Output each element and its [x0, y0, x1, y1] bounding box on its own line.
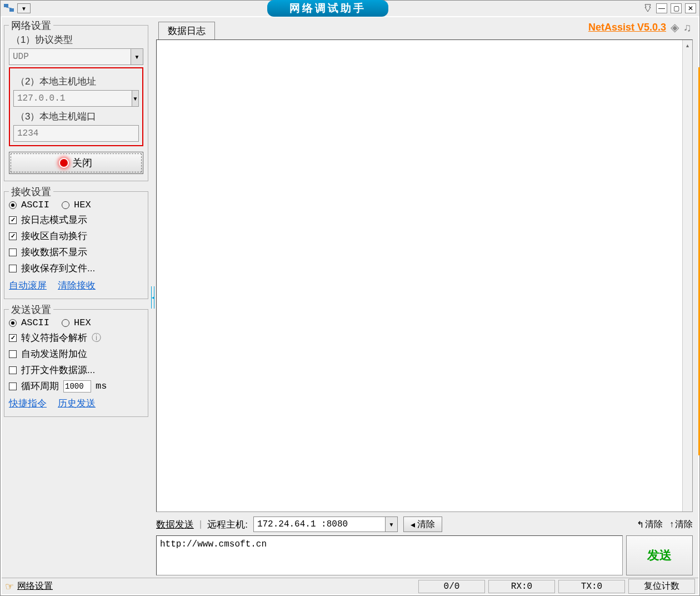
auto-wrap-label: 接收区自动换行 — [21, 230, 87, 242]
svg-rect-1 — [9, 8, 14, 12]
window-title: 网络调试助手 — [267, 0, 388, 17]
scroll-up-icon[interactable]: ▴ — [683, 40, 692, 50]
loop-unit: ms — [96, 381, 107, 391]
status-counter: 0/0 — [418, 580, 485, 593]
highlighted-box: （2）本地主机地址 ▼ （3）本地主机端口 — [9, 67, 143, 146]
status-settings-label[interactable]: 网络设置 — [17, 580, 53, 592]
port-input-wrapper — [13, 125, 139, 142]
open-file-checkbox — [9, 366, 17, 374]
bell-icon[interactable]: ♫ — [683, 21, 692, 34]
main-panel: NetAssist V5.0.3 ◈ ♫ 数据日志 ▴ 数据发送 | — [155, 17, 698, 578]
close-button[interactable]: ✕ — [685, 3, 696, 13]
tab-data-log[interactable]: 数据日志 — [158, 22, 215, 39]
remote-host-select[interactable]: ▼ — [253, 516, 398, 532]
group-title: 网络设置 — [9, 19, 53, 32]
clear-top-link[interactable]: ↰清除 — [637, 519, 663, 530]
svg-rect-0 — [4, 4, 8, 7]
log-mode-checkbox[interactable] — [9, 216, 17, 224]
send-ascii-radio[interactable] — [9, 319, 17, 327]
auto-wrap-checkbox[interactable] — [9, 232, 17, 240]
recv-ascii-radio[interactable] — [9, 201, 17, 209]
protocol-label: （1）协议类型 — [11, 33, 143, 46]
sidebar: 网络设置 （1）协议类型 ▼ （2）本地主机地址 ▼ （3）本地主机端口 — [2, 17, 151, 578]
escape-checkbox[interactable] — [9, 334, 17, 342]
status-bar: ☞ 网络设置 0/0 RX:0 TX:0 复位计数 — [2, 578, 698, 594]
port-input[interactable] — [14, 126, 138, 141]
group-title: 发送设置 — [9, 303, 53, 316]
recv-ascii-label: ASCII — [21, 200, 49, 210]
status-tx: TX:0 — [558, 580, 625, 593]
shortcut-link[interactable]: 快捷指令 — [9, 397, 47, 410]
send-hex-label: HEX — [74, 317, 91, 328]
chevron-down-icon[interactable]: ▼ — [131, 49, 143, 64]
corner-arrow-icon: ↰ — [637, 519, 644, 530]
send-ascii-label: ASCII — [21, 317, 49, 328]
connection-toggle-button[interactable]: 关闭 — [9, 152, 143, 174]
history-link[interactable]: 历史发送 — [58, 397, 96, 410]
auto-scroll-link[interactable]: 自动滚屏 — [9, 279, 47, 292]
status-rx: RX:0 — [488, 580, 555, 593]
chevron-down-icon[interactable]: ▼ — [132, 91, 138, 106]
title-bar: ▼ 网络调试助手 — ▢ ✕ — [1, 1, 699, 16]
save-file-checkbox[interactable] — [9, 265, 17, 272]
data-send-label: 数据发送 — [156, 518, 194, 531]
svg-line-2 — [6, 7, 12, 8]
remote-host-label: 远程主机: — [207, 518, 248, 531]
log-mode-label: 按日志模式显示 — [21, 213, 87, 226]
app-icon — [4, 4, 15, 13]
remote-host-value[interactable] — [254, 519, 385, 529]
host-label: （2）本地主机地址 — [16, 75, 139, 88]
protocol-value[interactable] — [9, 52, 131, 62]
recv-hex-radio[interactable] — [62, 201, 69, 209]
maximize-button[interactable]: ▢ — [671, 3, 682, 13]
reset-counter-button[interactable]: 复位计数 — [628, 579, 695, 594]
auto-extra-label: 自动发送附加位 — [21, 347, 87, 360]
minimize-button[interactable]: — — [656, 3, 667, 13]
menu-dropdown[interactable]: ▼ — [17, 3, 31, 13]
chevron-down-icon[interactable]: ▼ — [385, 517, 397, 532]
escape-label: 转义符指令解析 — [21, 331, 87, 344]
open-file-label: 打开文件数据源... — [21, 364, 95, 376]
network-settings-group: 网络设置 （1）协议类型 ▼ （2）本地主机地址 ▼ （3）本地主机端口 — [4, 25, 148, 181]
send-hex-radio[interactable] — [62, 319, 69, 327]
no-display-checkbox[interactable] — [9, 249, 17, 256]
auto-extra-checkbox[interactable] — [9, 350, 17, 358]
no-display-label: 接收数据不显示 — [21, 246, 87, 259]
loop-value-input[interactable] — [63, 380, 91, 393]
recv-hex-label: HEX — [74, 200, 91, 210]
arrow-left-icon: ◂ — [411, 519, 415, 530]
pin-icon[interactable] — [643, 3, 653, 13]
loop-label: 循环周期 — [21, 380, 59, 393]
hand-icon[interactable]: ☞ — [5, 580, 14, 593]
send-button[interactable]: 发送 — [626, 535, 693, 575]
brand-label[interactable]: NetAssist V5.0.3 — [588, 22, 666, 33]
send-textarea[interactable]: http://www.cmsoft.cn — [156, 535, 623, 575]
recv-settings-group: 接收设置 ASCII HEX 按日志模式显示 接收区自动换行 接收数据不显示 接… — [4, 191, 148, 299]
data-log-textarea[interactable]: ▴ — [156, 39, 693, 512]
host-value[interactable] — [14, 93, 132, 103]
up-arrow-icon: ↑ — [669, 519, 674, 529]
send-settings-group: 发送设置 ASCII HEX 转义符指令解析ⓘ 自动发送附加位 打开文件数据源.… — [4, 309, 148, 417]
diamond-icon[interactable]: ◈ — [671, 21, 679, 34]
port-label: （3）本地主机端口 — [16, 110, 139, 123]
clear-remote-button[interactable]: ◂ 清除 — [403, 516, 442, 532]
clear-recv-link[interactable]: 清除接收 — [58, 279, 96, 292]
clear-bottom-link[interactable]: ↑清除 — [669, 519, 693, 530]
group-title: 接收设置 — [9, 185, 53, 198]
loop-checkbox[interactable] — [9, 383, 17, 390]
host-select[interactable]: ▼ — [13, 90, 139, 107]
toggle-label: 关闭 — [72, 156, 92, 170]
save-file-label: 接收保存到文件... — [21, 262, 95, 275]
status-indicator-icon — [60, 159, 68, 167]
info-icon[interactable]: ⓘ — [92, 331, 101, 344]
scrollbar[interactable]: ▴ — [682, 40, 692, 511]
panel-splitter[interactable]: ◂ — [151, 17, 155, 578]
protocol-select[interactable]: ▼ — [9, 48, 143, 65]
